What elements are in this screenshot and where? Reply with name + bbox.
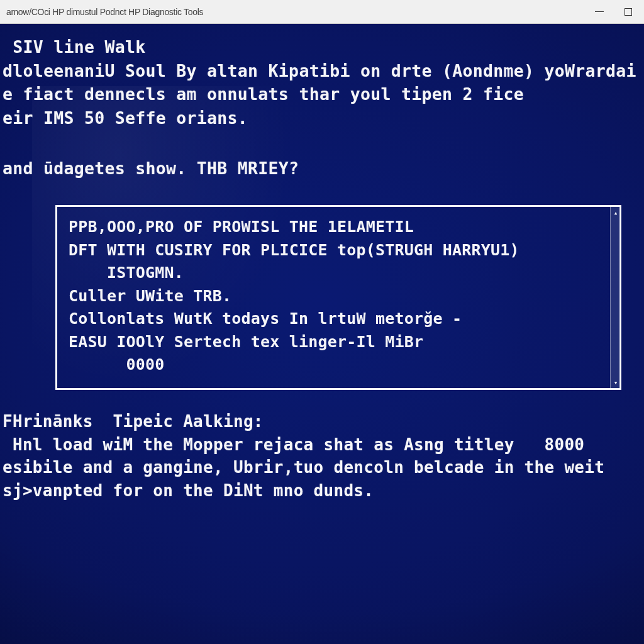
box-line: DFT WITH CUSIRY FOR PLICICE top(STRUGH H… xyxy=(69,239,609,262)
term-line: and ūdagetes show. THB MRIEY? xyxy=(0,157,644,180)
maximize-icon xyxy=(625,8,632,16)
maximize-button[interactable] xyxy=(623,6,634,18)
minimize-button[interactable] xyxy=(594,6,605,18)
terminal-lower-text: FHrinānks Tipeic Aalking: Hnl load wiM t… xyxy=(0,410,644,503)
box-line: PPB,OOO,PRO OF PROWISL THE 1ELAMETIL xyxy=(69,216,609,239)
box-line: Collonlats WutK todays In lrtuW metorğe … xyxy=(69,308,609,331)
window-title: amow/COci HP dimustul Podnct HP Diagnost… xyxy=(6,7,203,17)
box-line: EASU IOOlY Sertech tex linger-Il MiBr xyxy=(69,331,609,354)
term-line: eir IMS 50 Seffe orians. xyxy=(0,106,644,130)
box-line: 0000 xyxy=(69,353,609,377)
term-line: FHrinānks Tipeic Aalking: xyxy=(0,410,644,433)
term-line: e fiact dennecls am onnulats thar youl t… xyxy=(0,82,644,106)
terminal-upper-text: SIV line Walk dloleenaniU Soul By altan … xyxy=(0,35,644,130)
term-line: SIV line Walk xyxy=(0,35,644,59)
term-line: Hnl load wiM the Mopper rejaca shat as A… xyxy=(0,433,644,457)
box-line: Culler UWite TRB. xyxy=(69,285,609,308)
terminal-screen[interactable]: SIV line Walk dloleenaniU Soul By altan … xyxy=(0,24,644,644)
box-line: ISTOGMN. xyxy=(69,262,609,285)
terminal-output-box: PPB,OOO,PRO OF PROWISL THE 1ELAMETIL DFT… xyxy=(55,205,621,390)
minimize-icon xyxy=(595,11,604,12)
scroll-down-icon[interactable]: ▾ xyxy=(612,379,619,386)
window-controls xyxy=(594,6,638,18)
scroll-up-icon[interactable]: ▴ xyxy=(612,209,619,216)
terminal-prompt: and ūdagetes show. THB MRIEY? xyxy=(0,157,644,180)
scrollbar[interactable]: ▴ ▾ xyxy=(610,207,620,388)
term-line: dloleenaniU Soul By altan Kipatibi on dr… xyxy=(0,59,644,83)
window-title-bar: amow/COci HP dimustul Podnct HP Diagnost… xyxy=(0,0,644,24)
term-line: esibile and a gangine, Ubrir,tuo dencoln… xyxy=(0,456,644,479)
term-line: sj>vanpted for on the DiNt mno dunds. xyxy=(0,479,644,502)
